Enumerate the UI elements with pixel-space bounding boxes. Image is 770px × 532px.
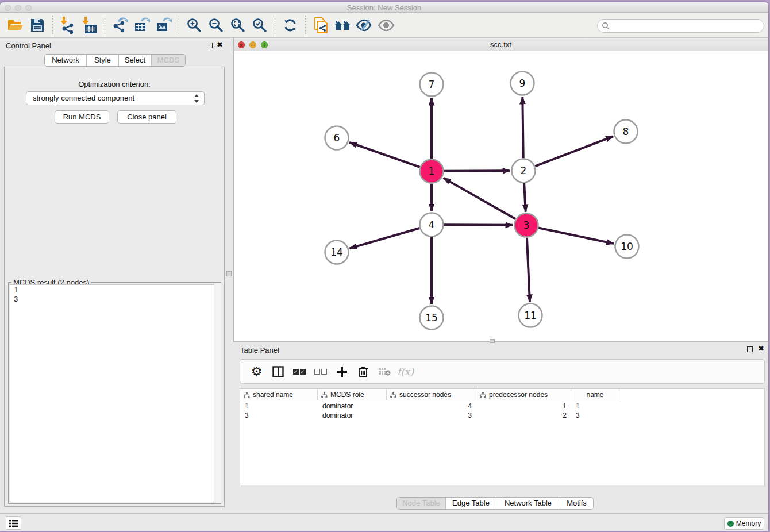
zoom-out-icon[interactable] [205, 16, 227, 35]
first-neighbors-icon[interactable] [332, 16, 353, 35]
control-panel-header: Control Panel ✖ [0, 39, 226, 53]
edge-4-3[interactable] [444, 225, 513, 225]
search-field-wrap [597, 19, 764, 33]
function-builder-icon[interactable]: f(x) [395, 361, 416, 382]
vertical-splitter-grip[interactable] [226, 271, 232, 276]
edge-2-8[interactable] [535, 136, 613, 166]
status-bar: Memory [0, 513, 768, 531]
control-panel-title: Control Panel [6, 41, 51, 50]
save-session-icon[interactable] [26, 16, 48, 35]
edge-1-2[interactable] [444, 171, 510, 171]
tab-network-table[interactable]: Network Table [496, 498, 560, 509]
duplicate-network-icon[interactable] [310, 16, 332, 35]
close-panel-button[interactable]: Close panel [117, 110, 176, 124]
edge-3-10[interactable] [538, 228, 614, 244]
table-row[interactable]: 3dominator323 [240, 411, 619, 420]
table-cell[interactable]: 3 [240, 411, 318, 420]
tab-style[interactable]: Style [87, 55, 119, 66]
task-history-button[interactable] [6, 516, 21, 530]
toolbar-separator [52, 16, 53, 35]
show-graphics-details-icon[interactable] [375, 16, 397, 35]
select-all-checkboxes-icon[interactable]: ✓✓ [288, 361, 310, 382]
table-cell[interactable]: 3 [571, 411, 619, 420]
memory-label: Memory [736, 519, 761, 527]
table-cell[interactable]: dominator [318, 411, 387, 420]
edge-3-11[interactable] [527, 237, 530, 302]
column-header[interactable]: MCDS role [318, 389, 387, 400]
app-window: Session: New Session [0, 2, 768, 531]
column-header-successor-nodes: successor nodes [399, 391, 451, 399]
deselect-all-checkboxes-icon[interactable] [310, 361, 331, 382]
table-cell[interactable]: 2 [476, 411, 571, 420]
edge-1-6[interactable] [349, 142, 420, 167]
node-label-8: 8 [623, 126, 629, 137]
table-row[interactable]: 1dominator411 [240, 402, 619, 411]
table-cell[interactable]: 1 [571, 402, 619, 411]
memory-button[interactable]: Memory [724, 517, 764, 530]
horizontal-splitter-grip[interactable] [490, 339, 495, 343]
import-network-icon[interactable] [57, 16, 79, 35]
import-table-icon[interactable] [79, 16, 101, 35]
export-image-icon[interactable] [153, 16, 175, 35]
control-panel-close-icon[interactable]: ✖ [217, 40, 223, 49]
table-options-icon[interactable]: ⚙ [246, 361, 267, 382]
table-cell[interactable]: dominator [318, 402, 387, 411]
column-header-name: name [586, 391, 603, 399]
mcds-result-line: 1 [14, 286, 215, 295]
edge-2-3[interactable] [524, 183, 526, 211]
add-column-icon[interactable] [331, 361, 352, 382]
main-toolbar [0, 13, 768, 38]
zoom-selected-icon[interactable] [249, 16, 271, 35]
column-manager-icon[interactable] [267, 361, 288, 382]
zoom-in-icon[interactable] [183, 16, 205, 35]
table-cell[interactable]: 1 [476, 402, 571, 411]
network-view-panel: × − + scc.txt 1234678910111415 [233, 38, 768, 342]
table-cell[interactable]: 4 [387, 402, 476, 411]
table-panel-float-icon[interactable] [747, 346, 753, 352]
edge-3-1[interactable] [443, 178, 515, 219]
table-header-row: shared nameMCDS rolesuccessor nodesprede… [240, 389, 619, 400]
export-table-icon[interactable] [131, 16, 153, 35]
refresh-icon[interactable] [279, 16, 301, 35]
delete-column-icon[interactable] [352, 361, 374, 382]
column-attribute-icon [244, 392, 250, 398]
table-cell[interactable]: 3 [387, 411, 476, 420]
delete-table-icon[interactable] [374, 361, 395, 382]
tab-node-table[interactable]: Node Table [397, 498, 446, 509]
search-input[interactable] [597, 19, 764, 33]
table-toolbar: ⚙ ✓✓ f(x) [240, 359, 765, 384]
table-cell[interactable]: 1 [240, 402, 318, 411]
node-label-10: 10 [621, 241, 633, 252]
node-label-3: 3 [523, 219, 530, 231]
run-mcds-button[interactable]: Run MCDS [55, 110, 109, 124]
table-panel-title: Table Panel [240, 346, 279, 354]
mcds-result-line: 3 [14, 295, 215, 304]
table-panel-close-icon[interactable]: ✖ [758, 344, 764, 353]
column-header[interactable]: predecessor nodes [476, 389, 571, 400]
column-header[interactable]: name [571, 389, 619, 400]
result-scrollbar[interactable] [214, 283, 221, 503]
edge-2-9[interactable] [522, 97, 523, 158]
hide-selected-icon[interactable] [353, 16, 375, 35]
toolbar-separator [305, 16, 306, 35]
node-label-2: 2 [521, 165, 527, 176]
criterion-select[interactable]: strongly connected component [26, 91, 205, 105]
tab-mcds[interactable]: MCDS [152, 55, 185, 66]
control-panel-float-icon[interactable] [207, 43, 213, 48]
column-header[interactable]: successor nodes [387, 389, 476, 400]
tab-network[interactable]: Network [45, 55, 87, 66]
open-session-icon[interactable] [5, 16, 26, 35]
column-header[interactable]: shared name [240, 389, 318, 400]
mcds-result-list[interactable]: 13 [10, 284, 220, 502]
export-network-icon[interactable] [109, 16, 131, 35]
edge-4-14[interactable] [350, 228, 420, 248]
network-graph-canvas[interactable]: 1234678910111415 [234, 51, 768, 341]
tab-edge-table[interactable]: Edge Table [446, 498, 496, 509]
tab-motifs[interactable]: Motifs [560, 498, 593, 509]
node-label-4: 4 [429, 219, 435, 230]
list-icon [9, 519, 18, 527]
memory-status-icon [727, 521, 734, 527]
zoom-fit-icon[interactable] [227, 16, 249, 35]
tab-select[interactable]: Select [119, 55, 152, 66]
table-panel-tabs: Node TableEdge TableNetwork TableMotifs [396, 497, 594, 510]
